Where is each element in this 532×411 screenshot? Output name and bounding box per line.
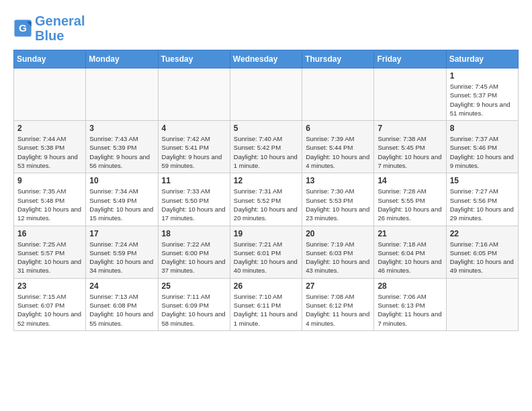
day-info: Sunrise: 7:30 AM Sunset: 5:53 PM Dayligh… — [306, 187, 370, 222]
day-number: 23 — [17, 281, 82, 291]
logo-text: GeneralBlue — [35, 13, 85, 43]
day-info: Sunrise: 7:15 AM Sunset: 6:07 PM Dayligh… — [17, 292, 82, 328]
calendar-header-row: SundayMondayTuesdayWednesdayThursdayFrid… — [14, 50, 519, 68]
day-number: 18 — [162, 229, 226, 238]
day-info: Sunrise: 7:27 AM Sunset: 5:56 PM Dayligh… — [450, 187, 515, 222]
calendar-week-row: 1Sunrise: 7:45 AM Sunset: 5:37 PM Daylig… — [14, 68, 519, 121]
calendar-cell: 15Sunrise: 7:27 AM Sunset: 5:56 PM Dayli… — [446, 173, 518, 226]
day-number: 5 — [234, 124, 298, 133]
day-info: Sunrise: 7:31 AM Sunset: 5:52 PM Dayligh… — [234, 187, 298, 222]
calendar-cell: 10Sunrise: 7:34 AM Sunset: 5:49 PM Dayli… — [86, 173, 158, 226]
calendar-cell: 9Sunrise: 7:35 AM Sunset: 5:48 PM Daylig… — [14, 173, 86, 226]
weekday-header-wednesday: Wednesday — [230, 50, 302, 68]
day-number: 7 — [378, 124, 442, 133]
weekday-header-saturday: Saturday — [446, 50, 518, 68]
calendar-cell: 6Sunrise: 7:39 AM Sunset: 5:44 PM Daylig… — [302, 121, 374, 173]
day-number: 11 — [162, 176, 226, 185]
day-info: Sunrise: 7:28 AM Sunset: 5:55 PM Dayligh… — [378, 187, 442, 222]
day-info: Sunrise: 7:22 AM Sunset: 6:00 PM Dayligh… — [162, 240, 226, 275]
logo: G GeneralBlue — [13, 13, 85, 43]
day-number: 14 — [378, 176, 442, 185]
day-number: 27 — [306, 281, 370, 291]
calendar-cell — [158, 68, 230, 121]
day-info: Sunrise: 7:24 AM Sunset: 5:59 PM Dayligh… — [89, 240, 154, 275]
calendar-table: SundayMondayTuesdayWednesdayThursdayFrid… — [13, 50, 519, 331]
day-number: 4 — [162, 124, 226, 133]
calendar-cell: 14Sunrise: 7:28 AM Sunset: 5:55 PM Dayli… — [374, 173, 446, 226]
day-info: Sunrise: 7:34 AM Sunset: 5:49 PM Dayligh… — [89, 187, 154, 222]
calendar-cell: 19Sunrise: 7:21 AM Sunset: 6:01 PM Dayli… — [230, 226, 302, 278]
day-number: 24 — [89, 281, 154, 291]
day-info: Sunrise: 7:18 AM Sunset: 6:04 PM Dayligh… — [378, 240, 442, 275]
day-info: Sunrise: 7:21 AM Sunset: 6:01 PM Dayligh… — [234, 240, 298, 275]
calendar-week-row: 2Sunrise: 7:44 AM Sunset: 5:38 PM Daylig… — [14, 121, 519, 173]
calendar-cell — [230, 68, 302, 121]
calendar-cell: 8Sunrise: 7:37 AM Sunset: 5:46 PM Daylig… — [446, 121, 518, 173]
weekday-header-monday: Monday — [86, 50, 158, 68]
day-info: Sunrise: 7:11 AM Sunset: 6:09 PM Dayligh… — [162, 292, 226, 328]
day-info: Sunrise: 7:39 AM Sunset: 5:44 PM Dayligh… — [306, 134, 370, 170]
day-info: Sunrise: 7:38 AM Sunset: 5:45 PM Dayligh… — [378, 134, 442, 170]
calendar-cell: 12Sunrise: 7:31 AM Sunset: 5:52 PM Dayli… — [230, 173, 302, 226]
svg-text:G: G — [19, 22, 27, 34]
day-number: 10 — [89, 176, 154, 185]
day-info: Sunrise: 7:35 AM Sunset: 5:48 PM Dayligh… — [17, 187, 82, 222]
day-info: Sunrise: 7:43 AM Sunset: 5:39 PM Dayligh… — [89, 134, 154, 170]
day-number: 28 — [378, 281, 442, 291]
calendar-cell: 20Sunrise: 7:19 AM Sunset: 6:03 PM Dayli… — [302, 226, 374, 278]
day-number: 15 — [450, 176, 515, 185]
day-number: 13 — [306, 176, 370, 185]
calendar-cell: 4Sunrise: 7:42 AM Sunset: 5:41 PM Daylig… — [158, 121, 230, 173]
calendar-cell: 24Sunrise: 7:13 AM Sunset: 6:08 PM Dayli… — [86, 278, 158, 330]
day-info: Sunrise: 7:25 AM Sunset: 5:57 PM Dayligh… — [17, 240, 82, 275]
calendar-cell: 1Sunrise: 7:45 AM Sunset: 5:37 PM Daylig… — [446, 68, 518, 121]
day-number: 16 — [17, 229, 82, 238]
weekday-header-sunday: Sunday — [14, 50, 86, 68]
calendar-cell — [14, 68, 86, 121]
day-number: 2 — [17, 124, 82, 133]
calendar-cell: 26Sunrise: 7:10 AM Sunset: 6:11 PM Dayli… — [230, 278, 302, 330]
day-info: Sunrise: 7:42 AM Sunset: 5:41 PM Dayligh… — [162, 134, 226, 170]
calendar-cell: 5Sunrise: 7:40 AM Sunset: 5:42 PM Daylig… — [230, 121, 302, 173]
calendar-cell: 18Sunrise: 7:22 AM Sunset: 6:00 PM Dayli… — [158, 226, 230, 278]
day-info: Sunrise: 7:44 AM Sunset: 5:38 PM Dayligh… — [17, 134, 82, 170]
day-info: Sunrise: 7:33 AM Sunset: 5:50 PM Dayligh… — [162, 187, 226, 222]
calendar-cell: 27Sunrise: 7:08 AM Sunset: 6:12 PM Dayli… — [302, 278, 374, 330]
day-number: 9 — [17, 176, 82, 185]
weekday-header-friday: Friday — [374, 50, 446, 68]
calendar-cell: 17Sunrise: 7:24 AM Sunset: 5:59 PM Dayli… — [86, 226, 158, 278]
calendar-cell: 2Sunrise: 7:44 AM Sunset: 5:38 PM Daylig… — [14, 121, 86, 173]
calendar-cell: 16Sunrise: 7:25 AM Sunset: 5:57 PM Dayli… — [14, 226, 86, 278]
day-info: Sunrise: 7:08 AM Sunset: 6:12 PM Dayligh… — [306, 292, 370, 328]
day-number: 22 — [450, 229, 515, 238]
calendar-cell — [86, 68, 158, 121]
calendar-cell: 23Sunrise: 7:15 AM Sunset: 6:07 PM Dayli… — [14, 278, 86, 330]
day-number: 19 — [234, 229, 298, 238]
day-number: 3 — [89, 124, 154, 133]
day-number: 8 — [450, 124, 515, 133]
day-info: Sunrise: 7:45 AM Sunset: 5:37 PM Dayligh… — [450, 82, 515, 118]
weekday-header-tuesday: Tuesday — [158, 50, 230, 68]
day-number: 12 — [234, 176, 298, 185]
calendar-cell: 28Sunrise: 7:06 AM Sunset: 6:13 PM Dayli… — [374, 278, 446, 330]
day-info: Sunrise: 7:13 AM Sunset: 6:08 PM Dayligh… — [89, 292, 154, 328]
day-number: 26 — [234, 281, 298, 291]
calendar-cell — [446, 278, 518, 330]
page-header: G GeneralBlue — [13, 13, 519, 43]
day-info: Sunrise: 7:10 AM Sunset: 6:11 PM Dayligh… — [234, 292, 298, 328]
day-info: Sunrise: 7:19 AM Sunset: 6:03 PM Dayligh… — [306, 240, 370, 275]
day-number: 25 — [162, 281, 226, 291]
calendar-cell: 13Sunrise: 7:30 AM Sunset: 5:53 PM Dayli… — [302, 173, 374, 226]
weekday-header-thursday: Thursday — [302, 50, 374, 68]
calendar-cell: 25Sunrise: 7:11 AM Sunset: 6:09 PM Dayli… — [158, 278, 230, 330]
calendar-cell — [374, 68, 446, 121]
calendar-cell: 7Sunrise: 7:38 AM Sunset: 5:45 PM Daylig… — [374, 121, 446, 173]
calendar-cell: 22Sunrise: 7:16 AM Sunset: 6:05 PM Dayli… — [446, 226, 518, 278]
calendar-week-row: 23Sunrise: 7:15 AM Sunset: 6:07 PM Dayli… — [14, 278, 519, 330]
day-number: 6 — [306, 124, 370, 133]
day-number: 17 — [89, 229, 154, 238]
day-info: Sunrise: 7:37 AM Sunset: 5:46 PM Dayligh… — [450, 134, 515, 170]
day-info: Sunrise: 7:06 AM Sunset: 6:13 PM Dayligh… — [378, 292, 442, 328]
day-info: Sunrise: 7:40 AM Sunset: 5:42 PM Dayligh… — [234, 134, 298, 170]
calendar-cell: 21Sunrise: 7:18 AM Sunset: 6:04 PM Dayli… — [374, 226, 446, 278]
